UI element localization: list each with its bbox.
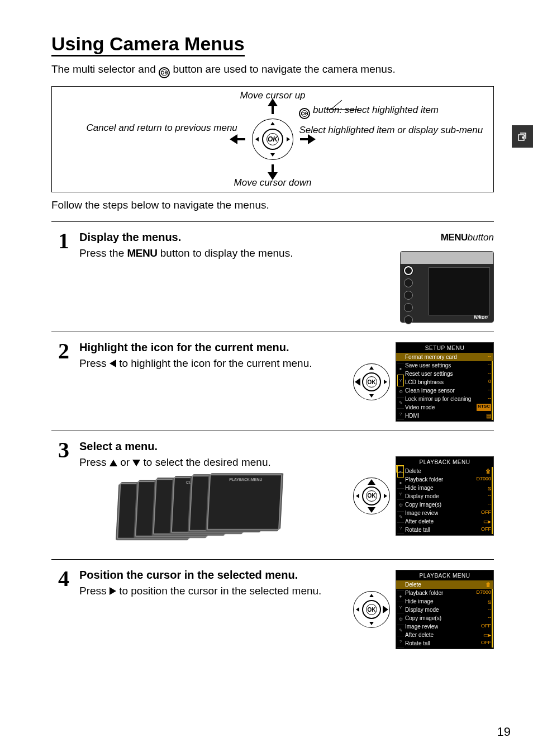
diagram-label-ok: OK button: select highlighted item [299,105,439,119]
step-number: 1 [51,228,69,323]
intro-pre: The multi selector and [51,63,159,75]
step-title: Position the cursor in the selected menu… [79,569,327,582]
menu-row: HDMI▤ [396,412,493,420]
menu-row: Rotate tallOFF [396,526,493,534]
diagram-label-cancel: Cancel and return to previous menu [87,122,237,134]
lcd-title: PLAYBACK MENU [396,458,493,467]
intro-post: button are used to navigate the camera m… [170,63,395,75]
right-arrow-icon [110,587,116,595]
menu-row: Playback folderD7000 [396,589,493,597]
down-arrow-icon [132,460,140,466]
menu-row: Rotate tallOFF [396,639,493,648]
step-number: 2 [51,338,69,422]
up-arrow-icon [270,122,275,125]
up-arrow-icon [110,460,117,466]
page-title: Using Camera Menus [51,34,245,56]
menu-row: Image reviewOFF [396,622,493,631]
step-body: Press the MENU button to display the men… [79,246,327,261]
dpad-left: OK [353,363,390,400]
multi-selector-illustration: OK [252,119,293,160]
step-body: Press to position the cursor in the sele… [79,584,327,598]
dpad-updown: OK [353,478,390,514]
menu-row: LCD brightness0 [396,378,493,386]
lcd-title: PLAYBACK MENU [396,571,493,580]
menu-row: Copy image(s)-- [396,614,493,622]
menu-row: Save user settings-- [396,361,493,370]
right-arrow-icon [383,606,388,613]
step-title: Display the menus. [79,231,327,244]
left-arrow-icon [110,360,116,367]
left-arrow-icon [355,378,360,386]
step-body: Press or to select the desired menu. [79,455,327,470]
up-arrow-icon [368,479,375,485]
step-number: 3 [51,437,69,550]
menu-row: Display mode-- [396,492,493,500]
menu-cascade-illustration: MY RETOUCH MENU SETUP MENU CUSTOM SETTIN… [117,475,277,542]
menu-row: Playback folderD7000 [396,475,493,484]
menu-row: Reset user settings-- [396,370,493,378]
playback-menu-screen-2: PLAYBACK MENU ▸●Y⚙✎? Delete🗑 Playback fo… [396,570,494,649]
intro-text: The multi selector and OK button are use… [51,63,494,78]
section-tab-badge [512,125,533,148]
camera-brand: Nikon [474,314,488,320]
menu-row: Image reviewOFF [396,509,493,517]
menu-row: Hide image⧅ [396,597,493,606]
menu-row: Format memory card-- [396,353,493,361]
lcd-title: SETUP MENU [396,344,493,353]
down-arrow-icon [368,507,375,513]
step-2: 2 Highlight the icon for the current men… [51,332,494,431]
down-arrow-icon [270,153,275,157]
menu-row: After delete▭▸ [396,631,493,639]
setup-menu-screen: SETUP MENU ▸●Y⚙✎? Format memory card-- S… [396,342,494,422]
step-1: 1 Display the menus. Press the MENU butt… [51,222,494,332]
menu-row: Delete🗑 [396,467,493,475]
step-title: Select a menu. [79,440,327,453]
menu-row: Lock mirror up for cleaning-- [396,395,493,403]
right-arrow-icon [287,137,290,141]
menu-row: Delete🗑 [396,580,493,589]
menu-button-icon [404,266,413,275]
menu-button-label: MENU [127,247,158,259]
menu-row: Hide image⧅ [396,484,493,492]
step-3: 3 Select a menu. Press or to select the … [51,431,494,560]
menu-button-caption: MENU button [441,232,494,243]
menu-row: After delete▭▸ [396,517,493,526]
step-4: 4 Position the cursor in the selected me… [51,560,494,658]
page-number: 19 [497,725,511,739]
menu-row: Video modeNTSC [396,403,493,412]
ok-button-icon: OK [266,133,279,145]
diagram-label-select: Select highlighted item or display sub-m… [299,125,433,136]
left-arrow-icon [255,137,259,141]
playback-menu-screen: PLAYBACK MENU ▸●Y⚙✎? Delete🗑 Playback fo… [396,456,494,536]
follow-text: Follow the steps below to navigate the m… [51,199,494,211]
dpad-right: OK [353,591,390,628]
camera-back-illustration: Nikon [400,251,494,323]
menu-row: Copy image(s)-- [396,500,493,509]
menu-row: Clean image sensor-- [396,386,493,395]
menu-row: Display mode-- [396,606,493,614]
ok-icon: OK [299,108,310,119]
step-body: Press to highlight the icon for the curr… [79,356,327,371]
ok-icon: OK [159,67,170,78]
section-tab-icon [517,131,528,142]
step-number: 4 [51,565,69,649]
selector-diagram: Move cursor up OK button: select highlig… [51,86,494,192]
step-title: Highlight the icon for the current menu. [79,341,327,354]
